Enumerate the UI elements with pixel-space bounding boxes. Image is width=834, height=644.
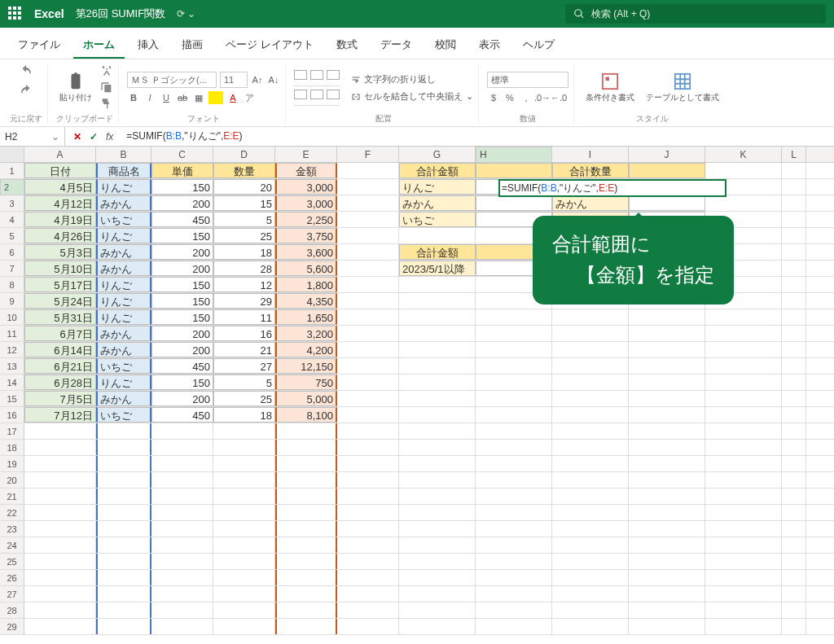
cell[interactable] (96, 537, 151, 553)
row-header[interactable]: 11 (0, 326, 24, 341)
cell[interactable] (151, 537, 213, 553)
cell[interactable]: 4月12日 (24, 195, 96, 211)
cell[interactable] (96, 586, 151, 602)
cell[interactable] (275, 440, 337, 455)
cell[interactable] (151, 423, 213, 439)
cell[interactable]: 4月19日 (24, 212, 96, 227)
percent-button[interactable]: % (503, 91, 516, 104)
border-button[interactable]: ▦ (192, 91, 205, 104)
conditional-format-button[interactable]: 条件付き書式 (582, 71, 638, 105)
cell[interactable] (476, 456, 552, 471)
format-painter-icon[interactable] (100, 98, 113, 111)
cell[interactable]: 150 (151, 179, 213, 195)
row-header[interactable]: 4 (0, 212, 24, 227)
cell[interactable]: みかん (552, 195, 629, 211)
cell[interactable]: 合計数量 (552, 163, 629, 178)
cell[interactable] (629, 570, 705, 585)
cell[interactable] (337, 537, 399, 553)
cell[interactable] (337, 375, 399, 390)
cell[interactable]: 5月10日 (24, 261, 96, 276)
cell[interactable] (782, 488, 806, 504)
cell[interactable] (399, 407, 476, 423)
format-as-table-button[interactable]: テーブルとして書式 (643, 71, 722, 105)
cell[interactable] (629, 440, 705, 455)
cell[interactable]: みかん (399, 195, 476, 211)
bold-button[interactable]: B (127, 91, 140, 104)
tab-page-layout[interactable]: ページ レイアウト (216, 33, 323, 59)
redo-icon[interactable] (19, 84, 33, 99)
cell[interactable] (151, 505, 213, 520)
cell[interactable]: りんご (96, 375, 151, 390)
cell[interactable] (24, 423, 96, 439)
cell[interactable] (337, 244, 399, 260)
cell[interactable] (337, 261, 399, 276)
cell[interactable] (399, 358, 476, 374)
cell[interactable]: 16 (213, 326, 275, 341)
font-name-select[interactable]: ＭＳ Ｐゴシック(... (127, 72, 217, 88)
cell[interactable] (629, 358, 705, 374)
col-header-B[interactable]: B (96, 147, 151, 162)
cell[interactable]: 5 (213, 375, 275, 390)
cell[interactable] (151, 586, 213, 602)
formula-input[interactable]: =SUMIF(B:B,"りんご",E:E) (121, 129, 247, 143)
cell[interactable]: 5月24日 (24, 293, 96, 309)
cell[interactable] (399, 521, 476, 537)
cell[interactable] (705, 440, 782, 455)
cell[interactable] (552, 456, 629, 471)
cell[interactable] (705, 407, 782, 423)
cell[interactable]: 20 (213, 179, 275, 195)
merge-center-button[interactable]: セルを結合して中央揃え ⌄ (351, 90, 473, 103)
cell[interactable]: 12,150 (275, 358, 337, 374)
cell[interactable]: りんご (96, 293, 151, 309)
cell[interactable] (24, 472, 96, 488)
cell[interactable] (213, 554, 275, 569)
cell[interactable] (782, 228, 806, 243)
cell[interactable]: 5月3日 (24, 244, 96, 260)
cell[interactable]: 12 (213, 277, 275, 292)
cell[interactable]: 150 (151, 375, 213, 390)
cell[interactable] (552, 488, 629, 504)
cell[interactable]: 28 (213, 261, 275, 276)
cell[interactable] (705, 195, 782, 211)
cell[interactable] (476, 195, 552, 211)
cell[interactable] (399, 570, 476, 585)
cell[interactable] (337, 407, 399, 423)
cell[interactable] (629, 407, 705, 423)
cell[interactable] (337, 440, 399, 455)
cell[interactable] (337, 488, 399, 504)
cell[interactable]: 3,000 (275, 179, 337, 195)
row-header[interactable]: 25 (0, 554, 24, 569)
cell[interactable] (629, 554, 705, 569)
undo-icon[interactable] (19, 64, 33, 79)
cell[interactable] (782, 407, 806, 423)
cell[interactable] (337, 456, 399, 471)
cell[interactable] (552, 521, 629, 537)
cell[interactable] (782, 619, 806, 634)
cell[interactable]: 200 (151, 261, 213, 276)
cell[interactable] (782, 261, 806, 276)
cell[interactable] (782, 423, 806, 439)
cell[interactable] (337, 326, 399, 341)
cell[interactable] (629, 163, 705, 178)
cell[interactable] (337, 228, 399, 243)
cell[interactable] (399, 602, 476, 618)
cell[interactable] (96, 456, 151, 471)
cell[interactable] (552, 537, 629, 553)
cell[interactable] (96, 505, 151, 520)
col-header-L[interactable]: L (782, 147, 806, 162)
cell[interactable] (629, 423, 705, 439)
row-header[interactable]: 23 (0, 521, 24, 537)
cell[interactable] (552, 586, 629, 602)
currency-button[interactable]: $ (487, 91, 500, 104)
col-header-H[interactable]: H (476, 147, 552, 163)
cell[interactable]: 150 (151, 277, 213, 292)
tab-formulas[interactable]: 数式 (327, 33, 367, 59)
cell[interactable]: 450 (151, 407, 213, 423)
cell[interactable]: 15 (213, 195, 275, 211)
cell[interactable] (24, 488, 96, 504)
cell[interactable] (705, 537, 782, 553)
fill-color-button[interactable] (208, 91, 223, 104)
cell[interactable]: みかん (96, 244, 151, 260)
cell[interactable]: みかん (96, 391, 151, 406)
cell[interactable] (552, 602, 629, 618)
